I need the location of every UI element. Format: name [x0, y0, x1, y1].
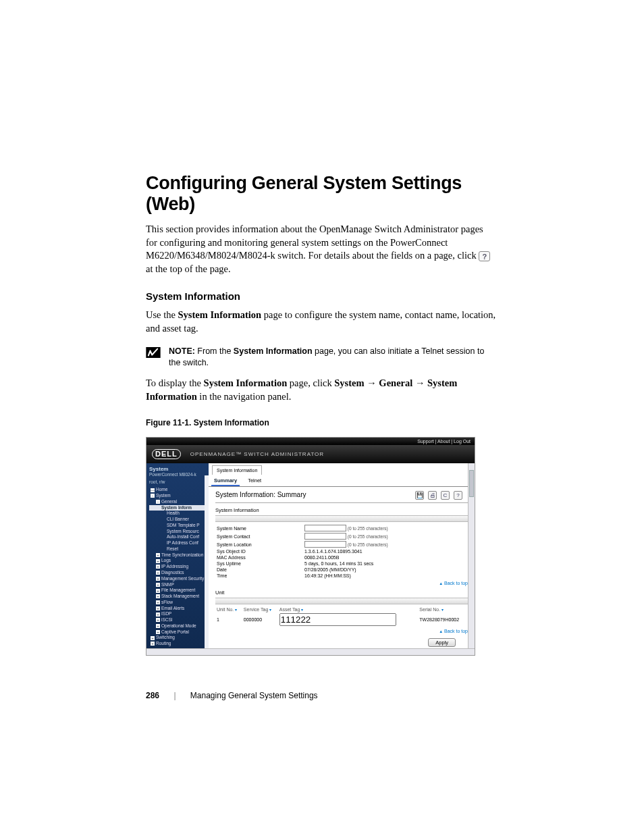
col-serial-no[interactable]: Serial No.: [418, 606, 468, 613]
nav-item[interactable]: -System: [149, 493, 206, 499]
nav-item[interactable]: +Time Synchronization: [149, 552, 206, 558]
nav-item[interactable]: +Email Alerts: [149, 606, 206, 612]
field-value: 16:49:32 (HH:MM:SS): [303, 573, 468, 579]
nav-item[interactable]: Health: [149, 511, 206, 517]
tree-expand-icon[interactable]: +: [156, 589, 160, 593]
nav-item-label: System Resourc: [167, 529, 199, 533]
asset-tag-cell: [278, 613, 419, 627]
nav-item[interactable]: +Logs: [149, 558, 206, 564]
nav-item[interactable]: System Resourc: [149, 529, 206, 535]
nav-item[interactable]: —Home: [149, 487, 206, 493]
table-row: Sys Uptime5 days, 0 hours, 14 mins 31 se…: [215, 561, 468, 567]
nav-item[interactable]: +Management Security: [149, 576, 206, 582]
nav-item[interactable]: +sFlow: [149, 600, 206, 606]
tree-expand-icon[interactable]: +: [151, 642, 155, 646]
nav-item-label: File Management: [161, 588, 195, 592]
page-heading: Configuring General System Settings (Web…: [146, 173, 497, 215]
nav-item-label: Routing: [156, 641, 171, 646]
tree-expand-icon[interactable]: -: [151, 494, 155, 498]
nav-sidebar[interactable]: System PowerConnect M8024-k root, r/w —H…: [146, 463, 209, 648]
nav-item[interactable]: +Stack Management: [149, 594, 206, 600]
nav-item-label: sFlow: [161, 600, 173, 604]
field-label: Time: [215, 573, 303, 579]
nav-item[interactable]: +SNMP: [149, 582, 206, 588]
nav-item[interactable]: -General: [149, 499, 206, 505]
tree-expand-icon[interactable]: +: [156, 600, 160, 604]
tab-telnet[interactable]: Telnet: [245, 476, 264, 486]
tree-expand-icon[interactable]: +: [156, 606, 160, 610]
help-button-icon[interactable]: ?: [454, 491, 462, 500]
tree-expand-icon[interactable]: +: [156, 624, 160, 628]
tree-expand-icon[interactable]: +: [156, 571, 160, 575]
nav-item[interactable]: +File Management: [149, 588, 206, 594]
nav-item[interactable]: +iSCSI: [149, 617, 206, 623]
content-vertical-scrollbar[interactable]: [468, 463, 475, 648]
breadcrumb-tab[interactable]: System Information: [212, 465, 262, 475]
nav-item-label: IP Address Conf: [167, 540, 198, 545]
nav-item[interactable]: +Diagnostics: [149, 570, 206, 576]
horizontal-scrollbar[interactable]: [146, 648, 475, 655]
nav-item-label: System Inform: [161, 505, 192, 510]
field-hint: (0 to 255 characters): [346, 526, 388, 531]
field-label: Date: [215, 567, 303, 573]
col-asset-tag[interactable]: Asset Tag: [278, 606, 419, 613]
tabs-row: Summary Telnet: [209, 475, 475, 487]
field-hint: (0 to 255 characters): [346, 534, 388, 539]
intro-text-pre: This section provides information about …: [146, 224, 483, 261]
content-pane: System Information Summary Telnet 💾 🖨 C …: [209, 463, 475, 648]
nav-tree[interactable]: —Home-System-GeneralSystem InformHealthC…: [149, 487, 206, 647]
nav-item[interactable]: IP Address Conf: [149, 540, 206, 546]
text-input[interactable]: [304, 533, 346, 540]
sysinfo-paragraph: Use the System Information page to confi…: [146, 309, 497, 335]
print-icon[interactable]: 🖨: [428, 491, 437, 500]
nav-item-label: SNMP: [161, 582, 174, 587]
tree-expand-icon[interactable]: +: [156, 577, 160, 581]
page-number: 286: [146, 691, 159, 700]
tree-expand-icon[interactable]: —: [151, 488, 155, 492]
tree-expand-icon[interactable]: +: [156, 613, 160, 617]
table-row: MAC Address0080.2411.005B: [215, 554, 468, 561]
nav-item[interactable]: SDM Template P: [149, 523, 206, 529]
apply-button[interactable]: Apply: [428, 638, 456, 647]
text-input[interactable]: [304, 541, 346, 548]
nav-item[interactable]: +IP Addressing: [149, 564, 206, 570]
table-row: Date07/28/2005 (MM/DD/YY): [215, 567, 468, 573]
save-icon[interactable]: 💾: [415, 491, 424, 500]
nav-item[interactable]: +ISDP: [149, 611, 206, 617]
back-to-top-link-1[interactable]: Back to top: [215, 581, 468, 585]
back-to-top-link-2[interactable]: Back to top: [215, 629, 468, 633]
nav-item-label: General: [161, 499, 177, 504]
nav-item[interactable]: +Operational Mode: [149, 623, 206, 629]
nav-item[interactable]: +Captive Portal: [149, 629, 206, 635]
field-hint: (0 to 255 characters): [346, 542, 388, 547]
nav-item[interactable]: System Inform: [149, 505, 206, 511]
display-instructions: To display the System Information page, …: [146, 377, 497, 403]
refresh-icon[interactable]: C: [441, 491, 450, 500]
serial-no-value: TW2828079H0002: [418, 613, 468, 627]
text-input[interactable]: [304, 525, 346, 531]
screenshot-figure: Support | About | Log Out DELL OPENMANAG…: [146, 437, 475, 656]
tab-summary[interactable]: Summary: [211, 476, 240, 486]
nav-item-label: ISDP: [161, 611, 171, 616]
tree-expand-icon[interactable]: -: [156, 500, 160, 504]
nav-item[interactable]: Reset: [149, 546, 206, 552]
tree-expand-icon[interactable]: +: [156, 594, 160, 598]
nav-item-label: CLI Banner: [167, 517, 189, 521]
nav-item[interactable]: Auto-Install Conf: [149, 534, 206, 540]
nav-item[interactable]: +Routing: [149, 641, 206, 647]
section-title-unit: Unit: [215, 590, 468, 596]
screenshot-titlebar: DELL OPENMANAGE™ SWITCH ADMINISTRATOR: [146, 445, 475, 463]
tree-expand-icon[interactable]: +: [156, 559, 160, 563]
tree-expand-icon[interactable]: +: [156, 630, 160, 634]
nav-item[interactable]: CLI Banner: [149, 517, 206, 523]
tree-expand-icon[interactable]: +: [156, 565, 160, 569]
col-service-tag[interactable]: Service Tag: [242, 606, 278, 613]
tree-expand-icon[interactable]: +: [151, 636, 155, 640]
col-unit-no[interactable]: Unit No.: [215, 606, 242, 613]
screenshot-top-links[interactable]: Support | About | Log Out: [146, 438, 475, 445]
nav-item[interactable]: +Switching: [149, 635, 206, 641]
tree-expand-icon[interactable]: +: [156, 618, 160, 622]
tree-expand-icon[interactable]: +: [156, 583, 160, 587]
asset-tag-input[interactable]: [279, 613, 396, 626]
tree-expand-icon[interactable]: +: [156, 553, 160, 557]
